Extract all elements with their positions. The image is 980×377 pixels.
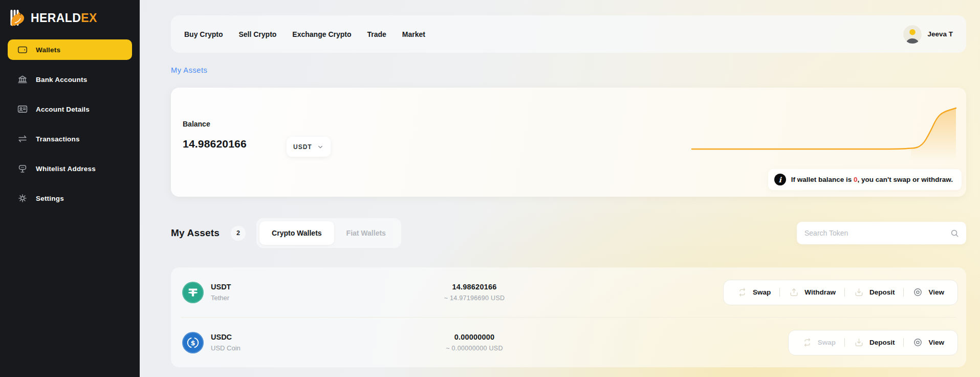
wallet-balance-notice: i If wallet balance is 0, you can't swap… bbox=[768, 169, 962, 190]
breadcrumb[interactable]: My Assets bbox=[171, 66, 207, 74]
asset-actions: SwapWithdrawDepositView bbox=[723, 280, 958, 305]
sparkline-fill bbox=[911, 108, 956, 160]
swap-icon bbox=[802, 337, 813, 348]
top-navbar: Buy CryptoSell CryptoExchange CryptoTrad… bbox=[171, 15, 966, 53]
wallet-tabs: Crypto Wallets Fiat Wallets bbox=[256, 218, 401, 248]
sidebar-item-wallets[interactable]: Wallets bbox=[8, 39, 132, 60]
asset-actions: SwapDepositView bbox=[788, 330, 958, 355]
sidebar-item-settings[interactable]: Settings bbox=[8, 188, 132, 208]
tab-fiat-wallets[interactable]: Fiat Wallets bbox=[334, 221, 398, 245]
view-icon bbox=[912, 287, 923, 298]
svg-text:$: $ bbox=[190, 339, 195, 346]
usdc-token-icon: $ bbox=[182, 332, 204, 353]
assets-title: My Assets bbox=[171, 227, 220, 239]
settings-icon bbox=[17, 193, 28, 204]
token-symbol: USDT bbox=[211, 283, 334, 291]
assets-list: USDT Tether 14.98620166 ~ 14.97196690 US… bbox=[171, 267, 966, 367]
deposit-icon bbox=[854, 337, 864, 348]
balance-currency-select[interactable]: USDT bbox=[287, 137, 331, 157]
sparkline-stroke bbox=[692, 108, 956, 149]
token-search bbox=[797, 222, 966, 244]
bank-icon bbox=[17, 74, 28, 85]
nav-link-trade[interactable]: Trade bbox=[367, 30, 386, 38]
asset-row-usdt: USDT Tether 14.98620166 ~ 14.97196690 US… bbox=[171, 267, 966, 317]
main-area: Buy CryptoSell CryptoExchange CryptoTrad… bbox=[140, 0, 980, 377]
balance-card: Balance 14.98620166 USDT i bbox=[171, 88, 966, 197]
token-balance: 14.98620166 bbox=[334, 283, 615, 291]
whitelist-icon bbox=[17, 163, 28, 174]
view-button[interactable]: View bbox=[904, 280, 953, 305]
token-name: USD Coin bbox=[211, 344, 334, 352]
search-icon[interactable] bbox=[950, 228, 960, 238]
swap-icon bbox=[737, 287, 748, 298]
griffin-logo-icon bbox=[9, 8, 26, 28]
notice-zero-value: 0 bbox=[854, 176, 858, 183]
sidebar-menu: Wallets Bank Accounts Account Details Tr… bbox=[0, 39, 140, 208]
withdraw-button[interactable]: Withdraw bbox=[780, 280, 844, 305]
brand-logo[interactable]: HERALDEX bbox=[0, 0, 140, 28]
balance-sparkline bbox=[691, 103, 957, 160]
swap-button[interactable]: Swap bbox=[728, 280, 779, 305]
nav-link-buy-crypto[interactable]: Buy Crypto bbox=[184, 30, 223, 38]
sidebar-item-whitelist-address[interactable]: Whitelist Address bbox=[8, 158, 132, 179]
brand-name-accent: EX bbox=[81, 11, 97, 25]
search-input[interactable] bbox=[803, 228, 950, 238]
token-name: Tether bbox=[211, 294, 334, 302]
withdraw-icon bbox=[789, 287, 799, 298]
deposit-icon bbox=[854, 287, 864, 298]
sidebar-item-account-details[interactable]: Account Details bbox=[8, 99, 132, 119]
token-balance: 0.00000000 bbox=[334, 333, 615, 341]
tab-crypto-wallets[interactable]: Crypto Wallets bbox=[259, 221, 334, 245]
transactions-icon bbox=[17, 133, 28, 144]
sidebar-item-bank-accounts[interactable]: Bank Accounts bbox=[8, 69, 132, 90]
info-icon: i bbox=[774, 174, 786, 185]
assets-count-badge: 2 bbox=[231, 226, 246, 241]
nav-link-exchange-crypto[interactable]: Exchange Crypto bbox=[292, 30, 351, 38]
balance-label: Balance bbox=[183, 120, 210, 128]
chevron-down-icon bbox=[317, 143, 324, 151]
sidebar-item-transactions[interactable]: Transactions bbox=[8, 129, 132, 149]
brand-name: HERALDEX bbox=[31, 11, 97, 25]
id-card-icon bbox=[17, 103, 28, 115]
notice-text: If wallet balance is 0, you can't swap o… bbox=[791, 176, 953, 183]
nav-link-sell-crypto[interactable]: Sell Crypto bbox=[238, 30, 276, 38]
deposit-button[interactable]: Deposit bbox=[845, 280, 904, 305]
avatar bbox=[903, 25, 922, 44]
assets-header: My Assets 2 Crypto Wallets Fiat Wallets bbox=[171, 218, 966, 248]
wallet-icon bbox=[17, 44, 28, 55]
view-icon bbox=[912, 337, 923, 348]
usdt-token-icon bbox=[182, 282, 204, 303]
view-button[interactable]: View bbox=[904, 330, 953, 355]
asset-row-usdc: $ USDC USD Coin 0.00000000 ~ 0.00000000 … bbox=[171, 318, 966, 367]
token-fiat-value: ~ 14.97196690 USD bbox=[334, 295, 615, 302]
sidebar: HERALDEX Wallets Bank Accounts Account D… bbox=[0, 0, 140, 377]
user-name: Jeeva T bbox=[927, 30, 953, 38]
token-symbol: USDC bbox=[211, 333, 334, 341]
token-fiat-value: ~ 0.00000000 USD bbox=[334, 345, 615, 352]
deposit-button[interactable]: Deposit bbox=[845, 330, 904, 355]
swap-button: Swap bbox=[793, 330, 844, 355]
user-menu[interactable]: Jeeva T bbox=[903, 25, 953, 44]
nav-link-market[interactable]: Market bbox=[402, 30, 425, 38]
balance-currency-value: USDT bbox=[293, 143, 312, 151]
balance-amount: 14.98620166 bbox=[183, 138, 247, 150]
